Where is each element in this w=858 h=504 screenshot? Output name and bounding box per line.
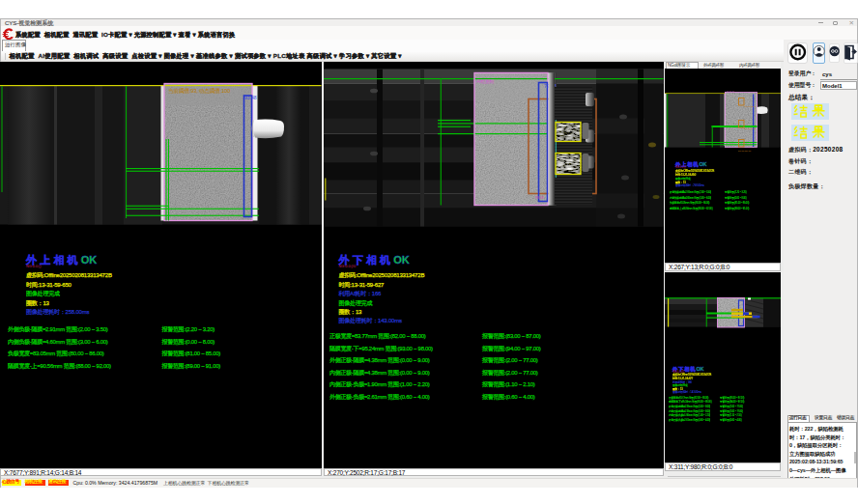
svg-text:93.48: 93.48: [535, 195, 544, 199]
svg-text:当前阈值:93, 动态阈值:100: 当前阈值:93, 动态阈值:100: [168, 87, 230, 94]
svg-text:50.00;50.00: 50.00;50.00: [738, 150, 752, 153]
svg-text:-- -- --: -- -- --: [727, 89, 734, 93]
svg-text:50.00;50.0: 50.00;50.0: [745, 127, 757, 130]
svg-text:AI检测框: AI检测框: [476, 78, 495, 85]
svg-text:50.00;50.0: 50.00;50.0: [745, 105, 757, 108]
svg-text:93.48: 93.48: [244, 95, 257, 100]
